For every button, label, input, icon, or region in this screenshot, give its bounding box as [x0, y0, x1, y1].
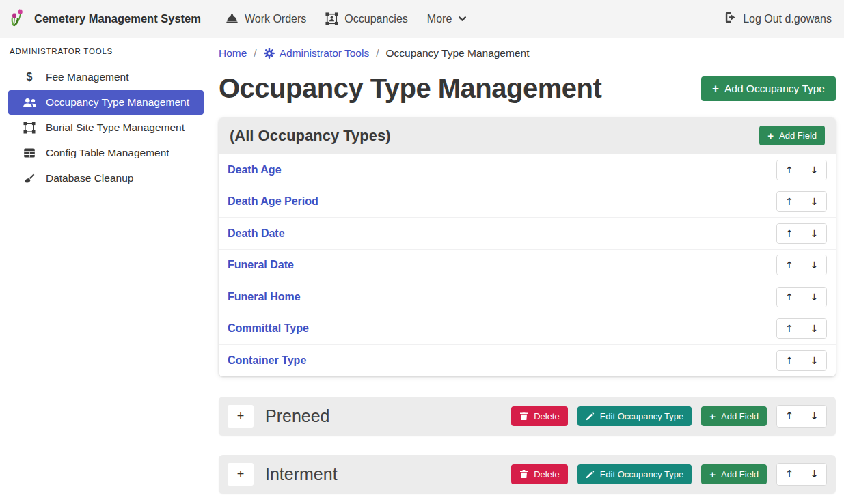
- field-link[interactable]: Container Type: [228, 354, 306, 367]
- field-row: Death Age ↑ ↓: [219, 154, 836, 186]
- section-header-preneed: + Preneed Delete: [219, 397, 836, 436]
- field-row: Funeral Date ↑ ↓: [219, 249, 836, 281]
- sidebar-heading: ADMINISTRATOR TOOLS: [10, 47, 204, 55]
- sidebar-item-burial-site-type-management[interactable]: Burial Site Type Management: [8, 115, 204, 140]
- dollar-icon: $: [21, 71, 38, 83]
- nav-item-occupancies[interactable]: Occupancies: [316, 7, 418, 31]
- sidebar-item-label: Database Cleanup: [46, 172, 133, 184]
- nav-item-work-orders[interactable]: Work Orders: [216, 7, 316, 31]
- vector-square-icon: [21, 122, 38, 134]
- field-link[interactable]: Death Age: [228, 164, 282, 176]
- reorder-buttons: ↑ ↓: [776, 405, 827, 428]
- logout-label: Log Out d.gowans: [743, 13, 832, 25]
- expand-button[interactable]: +: [228, 405, 254, 428]
- field-row: Funeral Home ↑ ↓: [219, 281, 836, 313]
- move-down-button[interactable]: ↓: [802, 224, 826, 243]
- card-title: (All Occupancy Types): [230, 127, 391, 145]
- chevron-down-icon: [458, 14, 467, 23]
- section-title: Preneed: [265, 406, 330, 426]
- logout-button[interactable]: Log Out d.gowans: [722, 5, 833, 32]
- pencil-icon: [586, 470, 595, 479]
- move-down-button[interactable]: ↓: [802, 406, 826, 427]
- move-up-button[interactable]: ↑: [777, 224, 802, 243]
- logout-icon: [724, 11, 737, 27]
- top-navbar: Cemetery Management System Work Orders: [0, 0, 844, 38]
- move-down-button[interactable]: ↓: [802, 464, 826, 485]
- sidebar-item-database-cleanup[interactable]: Database Cleanup: [8, 166, 204, 191]
- occupancy-frame-icon: [325, 12, 338, 25]
- field-link[interactable]: Committal Type: [228, 322, 309, 335]
- sidebar-item-occupancy-type-management[interactable]: Occupancy Type Management: [8, 90, 204, 115]
- users-icon: [21, 97, 38, 109]
- page-header: Occupancy Type Management + Add Occupanc…: [219, 73, 836, 104]
- field-link[interactable]: Death Date: [228, 227, 285, 240]
- reorder-buttons: ↑ ↓: [776, 223, 827, 244]
- sidebar-item-config-table-management[interactable]: Config Table Management: [8, 141, 204, 165]
- section-actions: Delete Edit Occupancy Type + Add Field ↑: [511, 405, 827, 428]
- expand-button[interactable]: +: [228, 463, 254, 486]
- app-title: Cemetery Management System: [34, 12, 201, 25]
- move-up-button[interactable]: ↑: [777, 288, 802, 307]
- move-down-button[interactable]: ↓: [802, 255, 826, 275]
- nav-item-label: Occupancies: [344, 13, 408, 25]
- sidebar-item-label: Burial Site Type Management: [46, 122, 185, 134]
- breadcrumb-separator: /: [376, 47, 379, 59]
- reorder-buttons: ↑ ↓: [776, 318, 827, 339]
- move-down-button[interactable]: ↓: [802, 192, 826, 211]
- field-link[interactable]: Death Age Period: [228, 195, 318, 208]
- plus-icon: +: [767, 130, 774, 141]
- trash-icon: [519, 411, 528, 421]
- add-field-button[interactable]: + Add Field: [701, 464, 767, 484]
- edit-occupancy-type-button[interactable]: Edit Occupancy Type: [577, 464, 692, 484]
- pencil-icon: [586, 412, 595, 421]
- card-header: (All Occupancy Types) + Add Field: [219, 117, 836, 154]
- move-up-button[interactable]: ↑: [777, 255, 802, 275]
- nav-links: Work Orders Occupancies More: [216, 7, 476, 31]
- edit-occupancy-type-button[interactable]: Edit Occupancy Type: [577, 406, 692, 426]
- breadcrumb-administrator-tools[interactable]: Administrator Tools: [264, 47, 370, 59]
- nav-item-label: More: [427, 13, 452, 25]
- breadcrumb-separator: /: [254, 47, 256, 59]
- nav-item-label: Work Orders: [245, 13, 306, 25]
- breadcrumb-current: Occupancy Type Management: [386, 47, 530, 59]
- add-field-button[interactable]: + Add Field: [701, 406, 767, 426]
- field-link[interactable]: Funeral Home: [228, 291, 301, 303]
- reorder-buttons: ↑ ↓: [776, 160, 827, 180]
- plus-icon: +: [709, 469, 716, 479]
- delete-button[interactable]: Delete: [511, 406, 568, 426]
- tulip-logo-icon: [10, 8, 27, 31]
- field-row: Committal Type ↑ ↓: [219, 313, 836, 345]
- field-row: Death Age Period ↑ ↓: [219, 186, 836, 218]
- delete-button[interactable]: Delete: [511, 464, 568, 484]
- section-header-interment: + Interment Delete: [219, 455, 836, 494]
- field-link[interactable]: Funeral Date: [228, 259, 294, 271]
- add-occupancy-type-button[interactable]: + Add Occupancy Type: [701, 76, 836, 101]
- nav-item-more[interactable]: More: [418, 8, 476, 31]
- reorder-buttons: ↑ ↓: [776, 191, 827, 212]
- move-up-button[interactable]: ↑: [777, 406, 802, 427]
- reorder-buttons: ↑ ↓: [776, 255, 827, 275]
- sidebar-item-label: Config Table Management: [46, 147, 169, 159]
- table-icon: [21, 147, 38, 159]
- breadcrumb-home[interactable]: Home: [219, 47, 247, 59]
- hard-hat-icon: [226, 12, 239, 25]
- move-down-button[interactable]: ↓: [802, 160, 826, 180]
- move-up-button[interactable]: ↑: [777, 319, 802, 338]
- field-row: Death Date ↑ ↓: [219, 217, 836, 249]
- move-up-button[interactable]: ↑: [777, 464, 802, 485]
- reorder-buttons: ↑ ↓: [776, 463, 827, 486]
- move-down-button[interactable]: ↓: [802, 288, 826, 307]
- move-up-button[interactable]: ↑: [777, 192, 802, 211]
- sidebar-item-fee-management[interactable]: $ Fee Management: [8, 65, 204, 89]
- brand[interactable]: Cemetery Management System: [10, 8, 201, 31]
- main-content: Home / Administrat: [210, 38, 844, 504]
- plus-icon: +: [709, 411, 716, 421]
- move-down-button[interactable]: ↓: [802, 319, 826, 338]
- move-up-button[interactable]: ↑: [777, 351, 802, 370]
- move-up-button[interactable]: ↑: [777, 160, 802, 180]
- move-down-button[interactable]: ↓: [802, 351, 826, 370]
- field-row: Container Type ↑ ↓: [219, 344, 836, 376]
- page-title: Occupancy Type Management: [219, 73, 601, 104]
- add-field-button[interactable]: + Add Field: [759, 126, 825, 145]
- sidebar-item-label: Fee Management: [46, 71, 129, 83]
